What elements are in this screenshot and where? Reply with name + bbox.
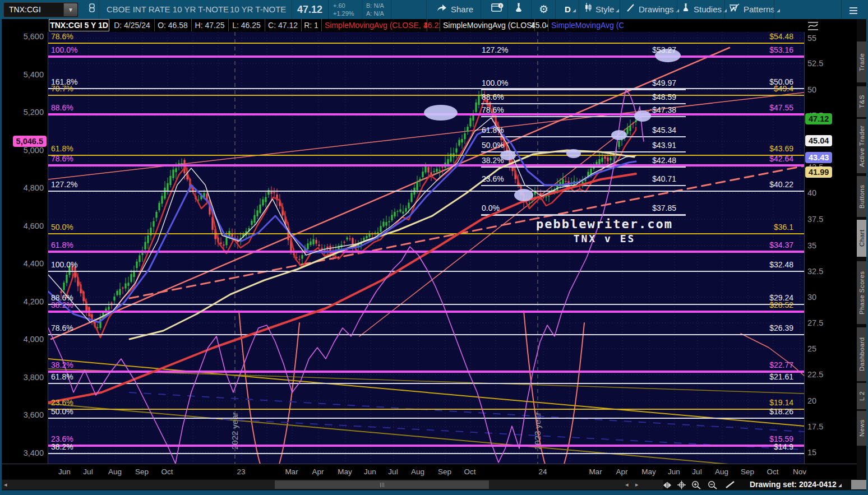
left-axis-tick: 4,200	[24, 297, 44, 306]
sidebar-tab-strip: TradeT&SActive TraderButtonsChartPhase S…	[857, 19, 866, 479]
menu-icon[interactable]	[849, 6, 857, 16]
toolbar-separator	[391, 0, 391, 19]
sidebar-tab-phase-scores[interactable]: Phase Scores	[857, 261, 866, 324]
fib-price-label-right: $49.4	[726, 84, 793, 93]
ohlc-high: H: 47.25	[191, 19, 229, 31]
x-axis-month: Sep	[438, 468, 451, 476]
x-axis-month: 24	[538, 468, 547, 476]
fib-mid-percent: 61.8%	[482, 126, 504, 135]
fib-label-left: 100.0%	[51, 260, 77, 269]
chart-scrollbar[interactable]: ◂ ◂ ▸	[2, 480, 663, 489]
right-axis-tick: 32.5	[807, 267, 823, 276]
sidebar-tab-chart[interactable]: Chart	[857, 220, 866, 257]
toolbar-separator	[774, 0, 774, 19]
left-axis-tick: 4,600	[24, 221, 44, 230]
fib-mid-price: $43.91	[584, 141, 676, 150]
fib-mid-price: $45.34	[584, 126, 676, 135]
sma10-value: 46.22	[423, 19, 440, 31]
scroll-step-left[interactable]: ◂	[625, 481, 629, 488]
scroll-left-arrow[interactable]: ◂	[4, 481, 7, 488]
scroll-step-right[interactable]: ▸	[635, 481, 639, 488]
status-footer: ◂ ◂ ▸ Drawing set: 2024-0412	[2, 479, 857, 490]
x-axis-month: Mar	[589, 468, 602, 476]
sidebar-tab-news[interactable]: News	[857, 411, 866, 446]
style-button[interactable]: Style	[584, 0, 619, 19]
left-axis-tick: 5,400	[24, 70, 44, 79]
x-axis-month: Oct	[767, 468, 778, 476]
x-axis-month: Sep	[135, 468, 149, 476]
right-axis-tick: 37.5	[807, 215, 823, 224]
analyze-beaker-icon[interactable]	[514, 0, 524, 19]
time-axis[interactable]: JunJulAugSepOct23MarAprMayJunJulAugSepOc…	[2, 464, 857, 480]
fib-label-left: 23.6%	[51, 398, 73, 407]
sidebar-tab-trade[interactable]: Trade	[857, 41, 866, 82]
x-axis-month: Jun	[58, 468, 71, 476]
left-axis-tick: 3,800	[24, 373, 44, 382]
x-axis-month: Oct	[161, 468, 173, 476]
fib-label-left: 78.6%	[51, 154, 73, 163]
toolbar-separator	[531, 0, 532, 19]
x-axis-month: Aug	[411, 468, 424, 476]
toolbar-separator	[99, 0, 99, 19]
symbol-input[interactable]: TNX:CGI ▼	[3, 2, 79, 17]
fib-price-label-right: $28.52	[726, 300, 793, 309]
top-toolbar: TNX:CGI ▼ CBOE INT RATE 10 YR T-NOTE 10 …	[0, 0, 868, 19]
symbol-dropdown-icon[interactable]: ▼	[63, 3, 77, 16]
fib-label-left: 70.7%	[51, 84, 73, 93]
sidebar-tab-dashboard[interactable]: Dashboard	[857, 327, 866, 381]
fib-mid-price: $37.85	[584, 203, 676, 212]
patterns-button[interactable]: Patterns	[729, 0, 780, 19]
share-button[interactable]: Share	[436, 0, 473, 19]
drawing-set-selector[interactable]: Drawing set: 2024-0412	[750, 479, 842, 490]
sidebar-tab-l-2[interactable]: L 2	[857, 383, 866, 409]
sidebar-tab-active-trader[interactable]: Active Trader	[857, 119, 866, 173]
fib-price-label-right: $32.48	[726, 260, 793, 269]
toolbar-separator	[292, 0, 292, 19]
right-axis-tick: 25	[807, 344, 816, 353]
price-axis-right[interactable]: 5552.55047.54542.54037.53532.53027.52522…	[804, 32, 857, 464]
chart-canvas[interactable]: 2022 year2023 year	[48, 32, 804, 464]
chart-plot[interactable]: 2022 year2023 year 78.6%$54.48100.0%$53.…	[48, 32, 805, 464]
toolbar-separator	[579, 0, 579, 19]
chart-description-icon[interactable]: i	[491, 0, 504, 19]
sma20-label[interactable]: SimpleMovingAvg (CLOSE, 20, 0, no)	[440, 19, 535, 31]
price-change: +.60	[333, 2, 345, 9]
toolbar-separator	[555, 0, 556, 19]
sidebar-tab-buttons[interactable]: Buttons	[857, 176, 866, 217]
fib-mid-percent: 127.2%	[482, 45, 508, 54]
sidebar-tab-t-s[interactable]: T&S	[857, 86, 866, 117]
fib-price-label-right: $53.16	[726, 45, 793, 54]
link-icon[interactable]	[88, 3, 96, 15]
fib-label-left: 78.6%	[51, 32, 73, 41]
toolbar-separator	[677, 0, 677, 19]
drawings-button[interactable]: Drawings	[626, 0, 679, 19]
fib-price-label-right: $40.22	[726, 180, 793, 189]
scrollbar-thumb[interactable]	[275, 480, 489, 489]
price-axis-left[interactable]: 5,6005,4005,2005,0004,8004,6004,4004,200…	[2, 32, 48, 464]
left-axis-tick: 3,400	[24, 448, 44, 457]
right-axis-tick: 35	[807, 241, 816, 250]
ohlc-close: C: 47.12	[265, 19, 302, 31]
candlestick-icon	[584, 0, 592, 19]
x-axis-month: Jun	[364, 468, 376, 476]
x-axis-month: Jul	[388, 468, 398, 476]
toolbar-separator	[328, 0, 329, 19]
fib-mid-price: $40.71	[584, 174, 676, 183]
scale-settings-icon[interactable]	[807, 21, 819, 31]
fib-mid-percent: 38.2%	[482, 156, 504, 165]
toolbar-separator	[620, 0, 620, 19]
resize-grip[interactable]	[851, 480, 868, 489]
fib-label-left: 127.2%	[51, 180, 77, 189]
right-axis-tick: 40	[807, 188, 816, 197]
ohlc-r: R: 1	[301, 19, 322, 31]
fib-mid-percent: 23.6%	[482, 174, 504, 183]
settings-gear-icon[interactable]: ⚙	[539, 0, 548, 19]
right-axis-tick: 17.5	[807, 422, 823, 431]
studies-button[interactable]: Studies	[681, 0, 727, 19]
left-axis-tick: 3,600	[24, 410, 44, 419]
sma10-label[interactable]: SimpleMovingAvg (CLOSE, 10, 0, no)	[321, 19, 427, 31]
symbol-value: TNX:CGI	[4, 5, 41, 14]
timeframe-button[interactable]: D	[565, 0, 576, 19]
sma3-label[interactable]: SimpleMovingAvg (CLOSE,...	[548, 19, 624, 31]
ask-value: A: N/A	[366, 10, 384, 17]
